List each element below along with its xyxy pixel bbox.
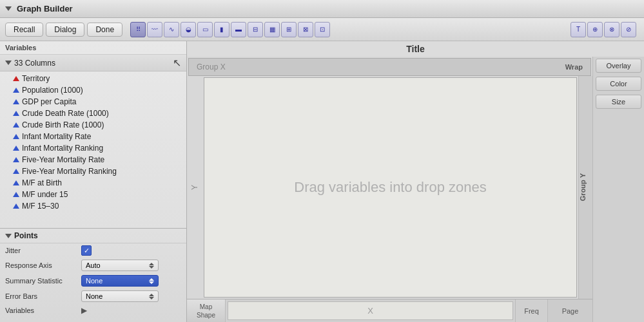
cursor-icon: ↖ — [173, 57, 181, 69]
pie-icon[interactable]: ◒ — [181, 22, 196, 37]
done-button[interactable]: Done — [87, 23, 122, 37]
columns-count-label: 33 Columns — [14, 59, 55, 68]
graph-content: Group X Wrap Y Drag variables into drop … — [187, 57, 644, 322]
side-options-panel: Overlay Color Size — [592, 57, 644, 322]
column-name: Territory — [22, 74, 50, 83]
columns-collapse-icon[interactable] — [5, 61, 12, 65]
group-y-label: Group Y — [579, 173, 587, 201]
left-panel: Variables 33 Columns ↖ Territory Populat… — [0, 41, 187, 322]
continuous-icon — [13, 180, 19, 185]
error-bars-value: None — [86, 292, 102, 300]
continuous-icon — [13, 169, 19, 174]
list-item[interactable]: M/F 15–30 — [0, 200, 186, 212]
color-button[interactable]: Color — [596, 77, 641, 91]
dropdown-arrow-icon — [149, 278, 154, 284]
nominal-icon — [13, 76, 19, 81]
list-item[interactable]: Crude Death Rate (1000) — [0, 108, 186, 119]
map-shape-sublabel: Shape — [197, 311, 215, 319]
column-name: Crude Birth Rate (1000) — [22, 120, 104, 129]
list-item[interactable]: Five-Year Mortality Ranking — [0, 166, 186, 177]
dropdown-arrow-icon — [149, 294, 154, 299]
treemap-icon[interactable]: ⊞ — [281, 22, 297, 37]
summary-statistic-label: Summary Statistic — [5, 277, 76, 285]
graph-title: Title — [406, 44, 425, 54]
page-label: Page — [547, 299, 592, 322]
response-axis-label: Response Axis — [5, 261, 76, 269]
list-item[interactable]: Infant Mortality Ranking — [0, 142, 186, 154]
text-icon[interactable]: T — [571, 22, 586, 37]
column-name: Five-Year Mortality Rate — [22, 155, 104, 164]
summary-statistic-row: Summary Statistic None — [0, 273, 186, 289]
column-name: Population (1000) — [22, 86, 83, 95]
line-icon[interactable]: 〰 — [147, 22, 162, 37]
continuous-icon — [13, 204, 19, 209]
list-item[interactable]: M/F under 15 — [0, 189, 186, 200]
points-section: Points Jitter ✓ Response Axis Auto Summa… — [0, 228, 186, 322]
continuous-icon — [13, 134, 19, 139]
column-name: Infant Mortality Ranking — [22, 144, 103, 153]
variables-arrow-icon[interactable]: ▶ — [81, 306, 87, 315]
continuous-icon — [13, 157, 19, 162]
graph-title-row: Title — [187, 41, 644, 57]
axes-icon[interactable]: ⊘ — [621, 22, 636, 37]
points-label: Points — [14, 231, 38, 240]
column-name: Infant Mortality Rate — [22, 132, 91, 141]
dialog-button[interactable]: Dialog — [46, 23, 84, 37]
list-item[interactable]: Territory — [0, 73, 186, 84]
box-icon[interactable]: ⊟ — [248, 22, 263, 37]
app-title: Graph Builder — [17, 4, 73, 14]
list-item[interactable]: Crude Birth Rate (1000) — [0, 119, 186, 131]
column-name: M/F 15–30 — [22, 202, 59, 211]
toolbar: Recall Dialog Done ⠿ 〰 ∿ ◒ ▭ ▮ ▬ ⊟ ▦ ⊞ ⊠… — [0, 18, 644, 41]
list-item[interactable]: Five-Year Mortality Rate — [0, 154, 186, 166]
bar-icon[interactable]: ▮ — [214, 22, 229, 37]
error-bars-label: Error Bars — [5, 292, 76, 300]
heat-icon[interactable]: ▦ — [264, 22, 280, 37]
bar-outline-icon[interactable]: ▭ — [197, 22, 213, 37]
points-collapse-icon[interactable] — [5, 234, 12, 238]
mosaic-icon[interactable]: ⊠ — [298, 22, 313, 37]
continuous-icon — [13, 88, 19, 93]
column-list: Territory Population (1000) GDP per Capi… — [0, 71, 186, 213]
column-name: M/F at Birth — [22, 178, 62, 187]
globe-icon[interactable]: ⊕ — [587, 22, 603, 37]
y-axis-label: Y — [190, 185, 199, 190]
size-button[interactable]: Size — [596, 95, 641, 109]
x-label: X — [367, 306, 373, 316]
error-bars-dropdown[interactable]: None — [81, 290, 159, 302]
recall-button[interactable]: Recall — [5, 23, 43, 37]
drop-zone[interactable]: Drag variables into drop zones — [204, 77, 577, 298]
column-name: GDP per Capita — [22, 97, 77, 106]
group-x-bar[interactable]: Group X Wrap — [188, 58, 591, 76]
list-item[interactable]: Population (1000) — [0, 84, 186, 96]
drop-zone-text: Drag variables into drop zones — [294, 179, 486, 196]
map-shape-label: Map — [200, 303, 212, 311]
column-name: Five-Year Mortality Ranking — [22, 167, 117, 176]
points-header: Points — [0, 229, 186, 243]
scatter-icon[interactable]: ⠿ — [130, 22, 146, 37]
column-name: M/F under 15 — [22, 190, 68, 199]
partition-icon[interactable]: ⊡ — [315, 22, 330, 37]
overlay-button[interactable]: Overlay — [596, 59, 641, 73]
response-axis-dropdown[interactable]: Auto — [81, 260, 159, 271]
continuous-icon — [13, 111, 19, 116]
collapse-icon[interactable] — [5, 6, 12, 11]
variables-row-label: Variables — [5, 307, 76, 314]
jitter-checkbox[interactable]: ✓ — [81, 245, 92, 256]
map-shape-button[interactable]: Map Shape — [187, 299, 226, 322]
smooth-icon[interactable]: ∿ — [164, 22, 179, 37]
columns-section[interactable]: 33 Columns ↖ Territory Population (1000)… — [0, 55, 186, 228]
x-drop-zone[interactable]: X — [228, 301, 513, 320]
dropdown-arrow-icon — [149, 263, 154, 269]
local-icon[interactable]: ⊗ — [604, 22, 620, 37]
jitter-label: Jitter — [5, 247, 76, 254]
list-item[interactable]: GDP per Capita — [0, 96, 186, 108]
list-item[interactable]: M/F at Birth — [0, 177, 186, 189]
variables-section-label: Variables — [0, 41, 186, 55]
response-axis-value: Auto — [86, 261, 101, 269]
columns-header: 33 Columns ↖ — [0, 55, 186, 71]
list-item[interactable]: Infant Mortality Rate — [0, 131, 186, 142]
histogram-icon[interactable]: ▬ — [231, 22, 246, 37]
summary-statistic-dropdown[interactable]: None — [81, 275, 159, 287]
bottom-bar: Map Shape X Freq Page — [187, 299, 592, 322]
